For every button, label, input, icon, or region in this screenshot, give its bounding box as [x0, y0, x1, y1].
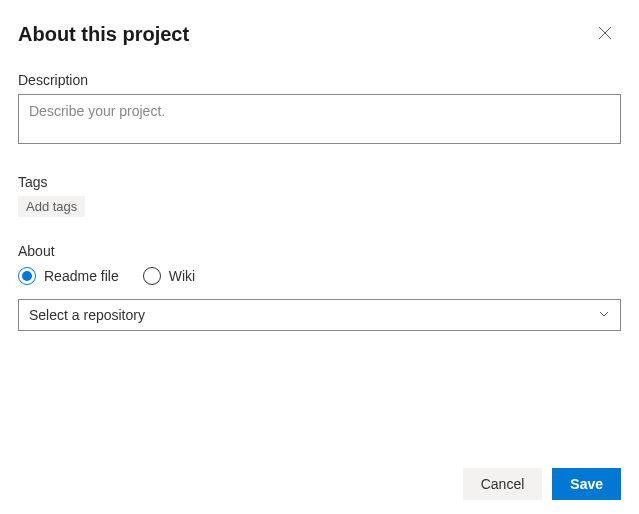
- radio-readme[interactable]: Readme file: [18, 267, 119, 285]
- radio-wiki[interactable]: Wiki: [143, 267, 195, 285]
- save-button[interactable]: Save: [552, 468, 621, 500]
- repository-select[interactable]: Select a repository: [18, 299, 621, 331]
- close-button[interactable]: [589, 18, 621, 50]
- radio-unselected-icon: [143, 267, 161, 285]
- cancel-button[interactable]: Cancel: [463, 468, 543, 500]
- radio-wiki-label: Wiki: [169, 268, 195, 284]
- repository-select-label: Select a repository: [29, 307, 145, 323]
- tags-label: Tags: [18, 174, 621, 190]
- description-input[interactable]: [18, 94, 621, 144]
- radio-selected-icon: [18, 267, 36, 285]
- chevron-down-icon: [598, 307, 610, 323]
- close-icon: [598, 26, 612, 43]
- description-label: Description: [18, 72, 621, 88]
- add-tags-chip[interactable]: Add tags: [18, 196, 85, 217]
- about-label: About: [18, 243, 621, 259]
- radio-readme-label: Readme file: [44, 268, 119, 284]
- page-title: About this project: [18, 23, 189, 46]
